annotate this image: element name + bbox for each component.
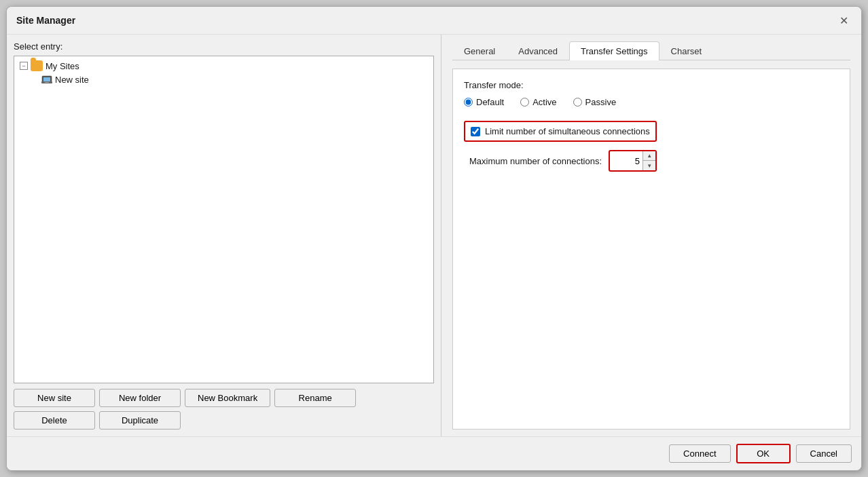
folder-item[interactable]: − My Sites [17,59,431,73]
title-bar: Site Manager ✕ [7,7,861,35]
tabs-row: General Advanced Transfer Settings Chars… [452,41,850,60]
close-button[interactable]: ✕ [835,12,852,28]
radio-default[interactable]: Default [464,97,504,107]
select-entry-label: Select entry: [14,41,434,52]
tab-transfer-settings[interactable]: Transfer Settings [569,41,659,60]
right-panel: General Advanced Transfer Settings Chars… [441,35,861,436]
duplicate-button[interactable]: Duplicate [99,411,181,430]
spin-up-button[interactable]: ▲ [643,151,655,161]
limit-connections-label: Limit number of simultaneous connections [485,126,650,136]
svg-rect-1 [43,77,50,81]
ok-button[interactable]: OK [736,444,791,463]
max-connections-input[interactable] [610,155,643,168]
collapse-icon[interactable]: − [20,62,28,70]
content-area: Select entry: − My Sites New site [7,35,861,436]
spinner-buttons: ▲ ▼ [643,151,655,170]
max-connections-row: Maximum number of connections: ▲ ▼ [469,150,839,172]
site-icon [41,74,52,85]
new-bookmark-button[interactable]: New Bookmark [185,389,270,407]
new-site-button[interactable]: New site [14,389,95,407]
tab-advanced[interactable]: Advanced [507,41,569,60]
radio-passive-label: Passive [585,97,617,107]
radio-passive-input[interactable] [573,98,582,107]
tab-content: Transfer mode: Default Active Passive [452,69,850,430]
transfer-mode-label: Transfer mode: [464,80,839,90]
transfer-mode-options: Default Active Passive [464,97,839,107]
spinner-container: ▲ ▼ [609,150,657,172]
tab-general[interactable]: General [452,41,507,60]
rename-button[interactable]: Rename [274,389,356,407]
limit-connections-row: Limit number of simultaneous connections [464,121,657,142]
site-label: New site [55,75,89,85]
folder-label: My Sites [46,61,79,71]
new-folder-button[interactable]: New folder [99,389,181,407]
svg-rect-3 [45,82,49,83]
radio-active-label: Active [532,97,556,107]
cancel-button[interactable]: Cancel [796,444,852,463]
radio-default-input[interactable] [464,98,473,107]
radio-passive[interactable]: Passive [573,97,617,107]
max-connections-label: Maximum number of connections: [469,156,602,166]
tab-charset[interactable]: Charset [659,41,714,60]
site-manager-dialog: Site Manager ✕ Select entry: − My Sites [6,6,862,471]
delete-button[interactable]: Delete [14,411,95,430]
action-buttons: New site New folder New Bookmark Rename … [14,389,434,430]
folder-icon [31,60,43,71]
connect-button[interactable]: Connect [669,444,730,463]
left-panel: Select entry: − My Sites New site [7,35,441,436]
bottom-bar: Connect OK Cancel [7,436,861,470]
site-item[interactable]: New site [39,73,431,86]
radio-active-input[interactable] [520,98,529,107]
radio-active[interactable]: Active [520,97,556,107]
tree-container: − My Sites New site [14,56,434,383]
dialog-title: Site Manager [16,15,75,26]
radio-default-label: Default [476,97,504,107]
spin-down-button[interactable]: ▼ [643,161,655,170]
limit-connections-checkbox[interactable] [471,127,480,136]
